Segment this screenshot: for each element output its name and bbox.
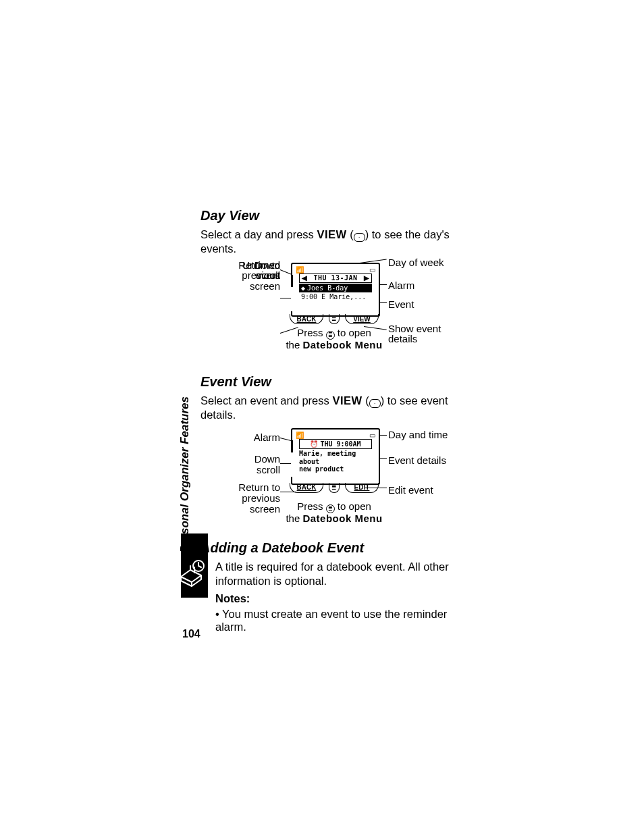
menu-key-icon: ≣ (329, 314, 340, 324)
notes-list: You must create an event to use the remi… (215, 608, 457, 633)
callout-down-scroll: Downscroll (209, 454, 280, 475)
event-view-diagram: Alarm Downscroll Return topreviousscreen… (213, 425, 456, 540)
callout-alarm: Alarm (388, 280, 414, 291)
callout-edit-event: Edit event (388, 485, 433, 496)
heading-day-view: Day View (200, 208, 457, 224)
scrollbar (291, 275, 293, 311)
callout-event-details: Event details (388, 455, 446, 466)
signal-icon: 📶 (296, 432, 304, 439)
scrollbar (291, 440, 293, 477)
phone-screen: 📶 ▭ ⏰ THU 9:00AM Marie, meeting about ne… (291, 428, 380, 485)
softkey-row: BACK ≣ EDIT (290, 482, 379, 493)
day-view-intro: Select a day and press VIEW (·) to see t… (200, 228, 457, 256)
nav-right-icon: ▶ (364, 274, 369, 282)
event-header-row: ⏰ THU 9:00AM (299, 439, 372, 449)
nav-left-icon: ◀ (302, 274, 307, 282)
event-view-intro: Select an event and press VIEW (·) to se… (200, 394, 457, 422)
page-number: 104 (182, 628, 200, 640)
status-bar: 📶 ▭ (294, 266, 377, 273)
softkey-view: VIEW (345, 314, 379, 324)
callout-event: Event (388, 299, 414, 310)
right-softkey-icon: · (354, 233, 365, 242)
alarm-clock-icon: ⏰ (310, 440, 318, 448)
softkey-edit: EDIT (345, 483, 379, 493)
softkey-back: BACK (290, 314, 323, 324)
heading-event-view: Event View (200, 374, 457, 390)
signal-icon: 📶 (296, 266, 304, 273)
text: Select a day and press (200, 228, 317, 240)
press-menu-note: Press ≣ to open the Datebook Menu (267, 501, 402, 524)
right-softkey-icon: · (369, 399, 381, 408)
day-view-diagram: Untimedevent Downscroll Return topreviou… (213, 260, 456, 365)
key-label-view: VIEW (332, 394, 362, 407)
note-item: You must create an event to use the remi… (215, 608, 457, 633)
sidebar-section-label: Personal Organizer Features (178, 396, 192, 552)
press-menu-note: Press ≣ to open the Datebook Menu (267, 328, 402, 350)
date-title: THU 13-JAN (313, 274, 357, 282)
battery-icon: ▭ (369, 266, 375, 273)
callout-day-time: Day and time (388, 429, 448, 440)
key-label-view: VIEW (317, 228, 346, 240)
status-bar: 📶 ▭ (294, 432, 377, 439)
date-nav: ◀ THU 13-JAN ▶ (299, 273, 372, 283)
event-detail-text: Marie, meeting about new product (299, 450, 372, 473)
callout-day-of-week: Day of week (388, 257, 444, 268)
text: Select an event and press (200, 394, 332, 407)
battery-icon: ▭ (369, 432, 375, 439)
timed-event-row: 9:00 E Marie,... (299, 292, 372, 301)
event-datetime: THU 9:00AM (320, 440, 360, 448)
untimed-event-row: ◆Joes B-day (299, 284, 372, 292)
softkey-back: BACK (290, 483, 323, 493)
phone-screen: 📶 ▭ ◀ THU 13-JAN ▶ ◆Joes B-day 9:00 E Ma… (291, 263, 380, 317)
softkey-row: BACK ≣ VIEW (290, 314, 379, 325)
callout-return-previous: Return topreviousscreen (209, 260, 280, 292)
adding-event-paragraph: A title is required for a datebook event… (215, 560, 457, 588)
notes-label: Notes: (215, 592, 457, 605)
callout-alarm: Alarm (209, 432, 280, 443)
menu-key-icon: ≣ (329, 483, 340, 493)
heading-adding-event: Adding a Datebook Event (200, 540, 457, 556)
